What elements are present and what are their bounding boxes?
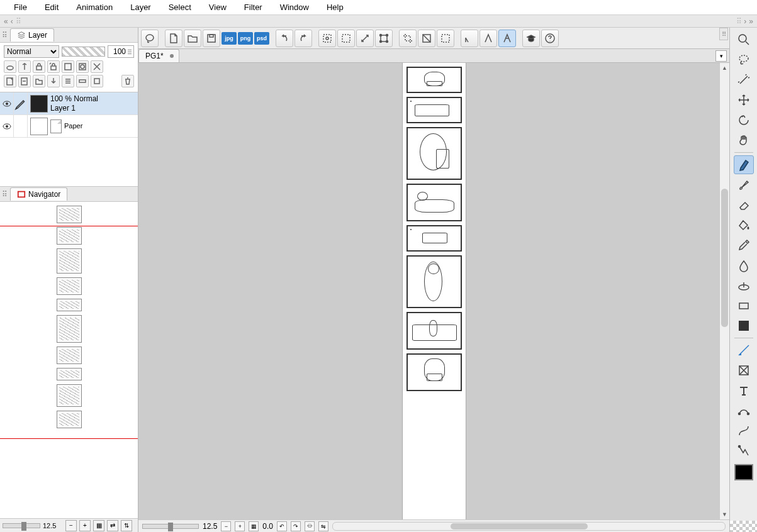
menu-view[interactable]: View <box>200 0 235 14</box>
zoom-tool-icon[interactable] <box>734 30 754 49</box>
perspective-tool-icon[interactable] <box>734 361 754 380</box>
scrollbar-thumb[interactable] <box>451 523 588 529</box>
layer-panel-tab[interactable]: Layer <box>10 28 54 42</box>
text-tool-icon[interactable] <box>734 381 754 400</box>
canvas-viewport[interactable]: ▲ ▼ <box>138 63 729 519</box>
scroll-down-icon[interactable]: ▼ <box>720 509 729 519</box>
edit-points-tool-icon[interactable] <box>734 441 754 460</box>
rotate-tool-icon[interactable] <box>734 111 754 130</box>
bucket-tool-icon[interactable] <box>734 216 754 235</box>
collapse-right-double-icon[interactable]: » <box>749 17 753 26</box>
merge-icon[interactable] <box>62 75 74 87</box>
layer-item-paper[interactable]: Paper <box>0 115 138 138</box>
foreground-color-swatch[interactable] <box>734 464 753 480</box>
panel-collapse-handle[interactable]: ⠿ <box>0 31 9 40</box>
opacity-slider[interactable] <box>62 47 105 57</box>
flip-h-icon[interactable]: ⇄ <box>107 520 118 531</box>
crop-icon[interactable] <box>399 30 417 47</box>
navigator-viewport[interactable] <box>0 202 138 518</box>
graduation-icon[interactable] <box>522 30 540 47</box>
menu-edit[interactable]: Edit <box>36 0 67 14</box>
navigator-panel-tab[interactable]: Navigator <box>10 187 67 201</box>
zoom-out-icon[interactable]: − <box>221 521 231 531</box>
transform-icon[interactable] <box>356 30 374 47</box>
save-icon[interactable] <box>203 30 220 47</box>
invert-selection-icon[interactable] <box>337 30 355 47</box>
menu-layer[interactable]: Layer <box>121 0 160 14</box>
new-layer-icon[interactable] <box>4 75 16 87</box>
scroll-up-icon[interactable]: ▲ <box>720 63 729 73</box>
export-psd-button[interactable]: psd <box>254 32 269 45</box>
curve-tool-icon[interactable] <box>734 421 754 440</box>
export-jpg-button[interactable]: jpg <box>221 32 237 45</box>
eyedropper-tool-icon[interactable] <box>734 236 754 255</box>
opacity-value[interactable]: 100 <box>108 45 134 58</box>
deselect-icon[interactable] <box>318 30 336 47</box>
resolution-icon[interactable] <box>437 30 454 47</box>
hand-tool-icon[interactable] <box>734 131 754 150</box>
lasso-tool-icon[interactable] <box>734 50 754 69</box>
shape-tool-icon[interactable] <box>734 296 754 315</box>
blur-tool-icon[interactable] <box>734 256 754 275</box>
fit-screen-icon[interactable]: ▦ <box>249 521 259 531</box>
new-file-icon[interactable] <box>165 30 182 47</box>
menu-file[interactable]: File <box>5 0 36 14</box>
pen-tool-icon[interactable] <box>734 155 754 174</box>
zoom-slider[interactable] <box>142 524 199 529</box>
ruler-tool-icon[interactable] <box>734 341 754 360</box>
help-icon[interactable] <box>541 30 559 47</box>
flip-v-icon[interactable]: ⇅ <box>121 520 132 531</box>
transfer-down-icon[interactable] <box>47 75 60 87</box>
export-png-button[interactable]: png <box>238 32 253 45</box>
reset-rotation-icon[interactable]: ⦵ <box>305 521 315 531</box>
delete-layer-icon[interactable] <box>121 75 134 87</box>
blend-mode-select[interactable]: Normal <box>4 45 59 58</box>
visibility-toggle[interactable] <box>0 92 14 114</box>
flatten-icon[interactable] <box>76 75 89 87</box>
zoom-in-icon[interactable]: + <box>79 520 91 531</box>
stabilizer2-icon[interactable] <box>479 30 497 47</box>
free-transform-icon[interactable] <box>375 30 393 47</box>
lasso-fill-icon[interactable] <box>141 30 159 47</box>
brush-tool-icon[interactable] <box>734 175 754 194</box>
clear-icon[interactable] <box>91 75 103 87</box>
move-tool-icon[interactable] <box>734 91 754 109</box>
rotate-cw-icon[interactable]: ↷ <box>291 521 301 531</box>
lock-all-icon[interactable] <box>47 60 60 73</box>
visibility-toggle[interactable] <box>0 115 14 137</box>
magic-wand-icon[interactable] <box>734 70 754 89</box>
mask-icon[interactable] <box>62 60 74 73</box>
undo-icon[interactable] <box>276 30 293 47</box>
clipping-icon[interactable] <box>18 60 31 73</box>
zoom-slider[interactable] <box>3 523 40 528</box>
edit-toggle[interactable] <box>14 92 28 114</box>
collapse-left-icon[interactable]: ‹ <box>11 17 13 26</box>
preserve-opacity-icon[interactable] <box>4 60 16 73</box>
eraser-tool-icon[interactable] <box>734 196 754 214</box>
selection-source-icon[interactable] <box>91 60 103 73</box>
right-panel-collapse-handle[interactable]: ⠿ <box>719 28 728 40</box>
menu-select[interactable]: Select <box>160 0 200 14</box>
stabilizer3-icon[interactable] <box>498 30 516 47</box>
menu-animation[interactable]: Animation <box>67 0 121 14</box>
mask2-icon[interactable] <box>76 60 89 73</box>
zoom-out-icon[interactable]: − <box>65 520 77 531</box>
edit-toggle[interactable] <box>14 115 28 137</box>
lock-icon[interactable] <box>33 60 45 73</box>
redo-icon[interactable] <box>294 30 312 47</box>
new-set-icon[interactable] <box>33 75 45 87</box>
collapse-right-icon[interactable]: › <box>744 17 746 26</box>
menu-window[interactable]: Window <box>271 0 318 14</box>
panel-collapse-handle[interactable]: ⠿ <box>0 190 9 199</box>
collapse-left-double-icon[interactable]: « <box>4 17 8 26</box>
tab-dropdown-icon[interactable]: ▾ <box>715 50 727 62</box>
fit-icon[interactable]: ▦ <box>93 520 104 531</box>
flip-icon[interactable]: ⇋ <box>318 521 328 531</box>
stabilizer-icon[interactable] <box>461 30 478 47</box>
linework-tool-icon[interactable] <box>734 401 754 420</box>
swatch-tool-icon[interactable] <box>734 316 754 335</box>
new-linework-icon[interactable] <box>18 75 31 87</box>
rotate-ccw-icon[interactable]: ↶ <box>277 521 287 531</box>
document-tab[interactable]: PG1* <box>138 49 179 62</box>
vertical-scrollbar[interactable]: ▲ ▼ <box>719 63 729 519</box>
